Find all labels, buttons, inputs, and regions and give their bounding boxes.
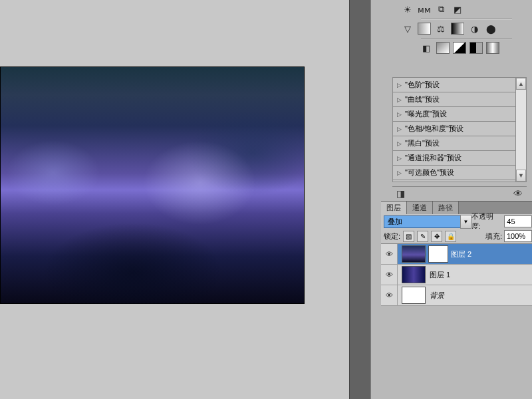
visibility-icon[interactable]: 👁 — [381, 244, 398, 264]
adjustments-row-3: ◧ — [401, 42, 532, 54]
layer-row[interactable]: 👁图层 1 — [381, 265, 532, 285]
adjustments-panel: ☀ ᴍᴍ ⧉ ◩ ▽ ⚖ ◑ ⬤ ◧ — [371, 3, 532, 57]
preset-item[interactable]: ▷"色相/饱和度"预设 — [393, 122, 515, 136]
panel-tabs: 图层 通道 路径 — [381, 201, 532, 214]
lock-pixels-icon[interactable]: ✎ — [417, 231, 428, 242]
exposure-icon[interactable]: ◩ — [451, 3, 464, 15]
preset-label: "通道混和器"预设 — [405, 153, 462, 163]
preset-item[interactable]: ▷"色阶"预设 — [393, 78, 515, 92]
expand-icon[interactable]: ▷ — [397, 96, 402, 103]
expand-icon[interactable]: ▷ — [397, 170, 402, 176]
brightness-icon[interactable]: ☀ — [401, 3, 414, 15]
panel-menu-icon[interactable]: 👁 — [513, 188, 523, 199]
lock-transparent-icon[interactable]: ▧ — [403, 231, 414, 242]
preset-label: "色相/饱和度"预设 — [405, 124, 464, 134]
preset-item[interactable]: ▷"黑白"预设 — [393, 136, 515, 151]
lock-all-icon[interactable]: 🔒 — [445, 231, 456, 242]
right-panels: ☀ ᴍᴍ ⧉ ◩ ▽ ⚖ ◑ ⬤ ◧ ▷"色阶"预设▷"曲线"预设▷"曝光度"预… — [370, 0, 532, 399]
scroll-up-icon[interactable]: ▲ — [516, 78, 526, 90]
layer-name[interactable]: 图层 1 — [430, 270, 450, 280]
adjustments-row-1: ☀ ᴍᴍ ⧉ ◩ — [401, 3, 532, 15]
visibility-icon[interactable]: 👁 — [381, 265, 398, 285]
fill-field[interactable]: 100% — [504, 230, 532, 242]
preset-label: "曝光度"预设 — [405, 109, 447, 119]
layer-name[interactable]: 背景 — [430, 291, 444, 301]
preset-item[interactable]: ▷"通道混和器"预设 — [393, 151, 515, 166]
balance-icon[interactable]: ⚖ — [434, 23, 448, 35]
preset-label: "黑白"预设 — [405, 138, 440, 148]
preset-list-box: ▷"色阶"预设▷"曲线"预设▷"曝光度"预设▷"色相/饱和度"预设▷"黑白"预设… — [392, 77, 527, 182]
tab-layers[interactable]: 图层 — [381, 201, 407, 215]
gradient1-icon[interactable] — [436, 42, 450, 54]
expand-icon[interactable]: ▷ — [397, 111, 402, 118]
mask-thumbnail[interactable] — [428, 245, 448, 263]
channelmixer-icon[interactable]: ◑ — [467, 23, 481, 35]
layers-list: 👁图层 2👁图层 1👁背景 — [381, 243, 532, 306]
preset-item[interactable]: ▷"可选颜色"预设 — [393, 166, 515, 180]
preset-label: "可选颜色"预设 — [405, 168, 454, 178]
layer-thumbnail[interactable] — [402, 245, 426, 263]
blend-row: 叠加 ▼ 不透明度: 45 — [381, 214, 532, 229]
adjustments-row-2: ▽ ⚖ ◑ ⬤ — [401, 23, 532, 35]
expand-icon[interactable]: ▷ — [397, 155, 402, 162]
layer-thumbnail[interactable] — [402, 266, 426, 283]
document-canvas[interactable] — [0, 66, 305, 304]
opacity-field[interactable]: 45 — [504, 215, 532, 227]
expand-icon[interactable]: ▷ — [397, 140, 402, 147]
panel-dock — [349, 0, 371, 399]
separator — [421, 19, 512, 20]
toggle-clip-icon[interactable]: ◨ — [396, 188, 405, 199]
tab-paths[interactable]: 路径 — [433, 201, 459, 215]
invert-icon[interactable]: ◧ — [420, 42, 433, 54]
visibility-icon[interactable]: 👁 — [381, 285, 398, 305]
blend-mode-dropdown-icon[interactable]: ▼ — [460, 215, 471, 229]
curves-icon[interactable]: ⧉ — [434, 3, 448, 15]
lock-position-icon[interactable]: ✥ — [431, 231, 442, 242]
scroll-down-icon[interactable]: ▼ — [516, 170, 526, 182]
preset-item[interactable]: ▷"曝光度"预设 — [393, 107, 515, 122]
layer-row[interactable]: 👁图层 2 — [381, 244, 532, 265]
panel-toolbar: ◨ 👁 — [392, 186, 527, 200]
layer-row[interactable]: 👁背景 — [381, 285, 532, 306]
expand-icon[interactable]: ▷ — [397, 126, 402, 132]
blend-mode-select[interactable]: 叠加 — [384, 215, 461, 228]
preset-item[interactable]: ▷"曲线"预设 — [393, 92, 515, 107]
gradient2-icon[interactable] — [453, 42, 466, 54]
lock-label: 锁定: — [384, 231, 400, 241]
lock-row: 锁定: ▧ ✎ ✥ 🔒 填充: 100% — [381, 229, 532, 244]
tab-channels[interactable]: 通道 — [407, 201, 433, 215]
fill-label: 填充: — [485, 231, 502, 241]
gradient3-icon[interactable] — [469, 42, 483, 54]
separator — [421, 38, 512, 39]
photofilter-icon[interactable] — [451, 23, 464, 35]
preset-list: ▷"色阶"预设▷"曲线"预设▷"曝光度"预设▷"色相/饱和度"预设▷"黑白"预设… — [393, 78, 516, 182]
preset-label: "色阶"预设 — [405, 80, 440, 90]
levels-icon[interactable]: ᴍᴍ — [418, 3, 431, 15]
expand-icon[interactable]: ▷ — [397, 82, 402, 88]
posterize-icon[interactable] — [418, 23, 431, 35]
canvas-area — [0, 0, 349, 399]
layer-thumbnail[interactable] — [402, 287, 426, 304]
scroll-track[interactable] — [516, 90, 526, 170]
preset-scrollbar[interactable]: ▲ ▼ — [516, 78, 526, 182]
gradient4-icon[interactable] — [486, 42, 499, 54]
preset-label: "曲线"预设 — [405, 94, 440, 104]
variations-icon[interactable]: ▽ — [401, 23, 414, 35]
selective-icon[interactable]: ⬤ — [484, 23, 497, 35]
layer-name[interactable]: 图层 2 — [451, 249, 471, 259]
